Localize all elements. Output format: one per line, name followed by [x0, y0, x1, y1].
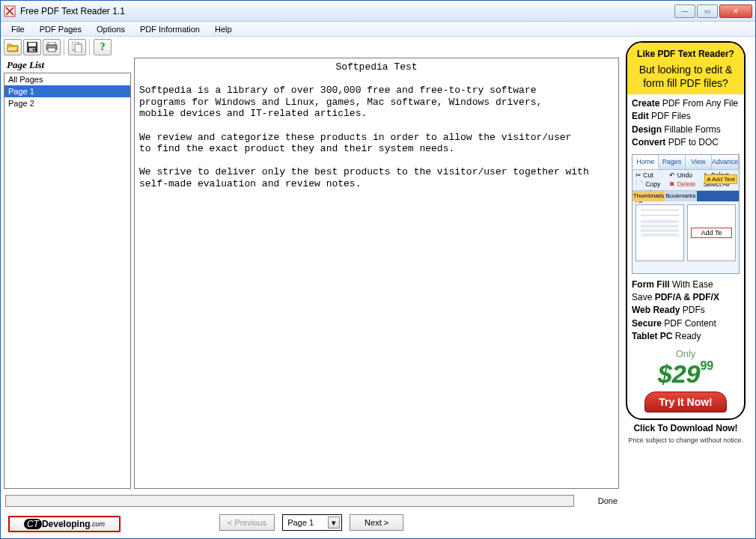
- page-list-item-all[interactable]: All Pages: [4, 73, 130, 85]
- ad-feature: Convert: [632, 137, 665, 147]
- menu-pdf-information[interactable]: PDF Information: [134, 23, 206, 35]
- save-icon: [27, 42, 37, 52]
- ad-feature: PDF/A & PDF/X: [655, 292, 719, 302]
- open-button[interactable]: [4, 39, 22, 55]
- ad-shot-page-preview: Add Te: [687, 204, 736, 261]
- copy-button[interactable]: [68, 39, 86, 55]
- try-it-now-button[interactable]: Try It Now!: [644, 392, 727, 412]
- page-list-title: Page List: [4, 58, 131, 73]
- ad-shot-tab: Pages: [659, 155, 685, 169]
- price-notice: Price subject to change without notice.: [628, 436, 743, 444]
- titlebar: Free PDF Text Reader 1.1 — ▭ ✕: [1, 1, 755, 22]
- print-icon: [46, 42, 58, 52]
- page-select-value: Page 1: [287, 518, 314, 527]
- logo-suffix: Developing: [42, 519, 91, 529]
- svg-rect-5: [48, 42, 55, 45]
- ad-price-cents: 99: [700, 359, 713, 372]
- ad-box[interactable]: Like PDF Text Reader? But looking to edi…: [626, 41, 746, 420]
- ad-screenshot: Home Pages View Advance ✂ Cut ↶ Undo ➤ S…: [632, 154, 740, 274]
- download-link[interactable]: Click To Download Now!: [628, 423, 743, 433]
- menu-options[interactable]: Options: [91, 23, 131, 35]
- ad-feature-rest: PDF From Any File: [659, 98, 738, 109]
- progress-bar: [5, 495, 574, 507]
- ad-feature: Web Ready: [632, 305, 680, 315]
- ad-shot-addtext-label: Add Te: [691, 228, 732, 238]
- document-title: Softpedia Test: [139, 61, 614, 73]
- menu-file[interactable]: File: [5, 23, 31, 35]
- ad-price: Only $2999: [627, 348, 744, 389]
- ad-feature-rest: Ready: [672, 331, 701, 341]
- svg-rect-7: [48, 48, 55, 52]
- ad-feature-rest: Fillable Forms: [662, 124, 721, 135]
- ad-feature: Create: [632, 98, 659, 109]
- ad-feature: Edit: [632, 111, 649, 121]
- menu-pdf-pages[interactable]: PDF Pages: [34, 23, 88, 35]
- ad-shot-cmd: ↶ Undo: [669, 171, 701, 179]
- ad-shot-tab: Advance: [712, 155, 739, 169]
- ad-shot-cmd: ✖ Delete: [669, 180, 701, 188]
- app-icon: [4, 5, 16, 17]
- logo-tld: .com: [91, 520, 106, 528]
- page-list-item-1[interactable]: Page 1: [4, 85, 130, 97]
- menu-help[interactable]: Help: [209, 23, 238, 35]
- svg-rect-9: [75, 44, 82, 52]
- ad-shot-addtext: A Add Text: [704, 174, 737, 184]
- ad-shot-cmd: 📄 Copy: [635, 180, 668, 188]
- ad-shot-tab: Home: [632, 155, 659, 169]
- page-list-panel: Page List All Pages Page 1 Page 2: [4, 58, 131, 489]
- ad-feature: Secure: [632, 318, 662, 329]
- ad-feature-rest: PDF Content: [662, 318, 716, 329]
- svg-rect-2: [28, 43, 36, 46]
- ad-shot-tab: View: [686, 155, 712, 169]
- ad-feature: Form Fill: [632, 279, 670, 290]
- next-button[interactable]: Next >: [350, 514, 403, 531]
- menubar: File PDF Pages Options PDF Information H…: [1, 22, 755, 37]
- toolbar: ?: [1, 37, 622, 58]
- ad-feature-rest: PDF Files: [649, 111, 691, 121]
- copy-icon: [72, 42, 82, 52]
- status-text: Done: [580, 496, 618, 505]
- developer-logo[interactable]: CTDeveloping.com: [8, 516, 121, 532]
- ad-price-amount: $29: [658, 359, 701, 388]
- print-button[interactable]: [43, 39, 61, 55]
- page-list-item-2[interactable]: Page 2: [4, 97, 130, 109]
- minimize-button[interactable]: —: [674, 4, 695, 18]
- logo-prefix: CT: [24, 519, 42, 529]
- ad-feature-pre: Save: [632, 292, 655, 302]
- maximize-button[interactable]: ▭: [697, 4, 718, 18]
- close-button[interactable]: ✕: [719, 4, 752, 18]
- page-list[interactable]: All Pages Page 1 Page 2: [4, 73, 131, 489]
- toolbar-separator: [89, 39, 91, 55]
- ad-feature-rest: PDFs: [680, 305, 704, 315]
- toolbar-separator: [64, 39, 65, 55]
- ad-feature: Design: [632, 124, 662, 135]
- ad-shot-cmd: ✂ Cut: [635, 171, 668, 179]
- text-view[interactable]: Softpedia Test Softpedia is a library of…: [134, 58, 619, 489]
- save-button[interactable]: [23, 39, 41, 55]
- ad-feature: Tablet PC: [632, 331, 672, 341]
- open-icon: [7, 42, 19, 52]
- ad-shot-page-thumb: [635, 204, 684, 261]
- ad-feature-list-1: Create PDF From Any File Edit PDF Files …: [627, 94, 744, 153]
- svg-rect-4: [33, 49, 34, 51]
- ad-shot-thumb-tab: Bookmarks: [665, 191, 697, 201]
- document-body: Softpedia is a library of over 300,000 f…: [139, 85, 614, 189]
- page-select[interactable]: Page 1 ▾: [282, 514, 342, 531]
- help-icon: ?: [100, 41, 106, 53]
- help-button[interactable]: ?: [94, 39, 112, 55]
- ad-headline-2: But looking to edit & form fill PDF file…: [633, 64, 738, 90]
- ad-panel: Like PDF Text Reader? But looking to edi…: [622, 37, 749, 538]
- window-title: Free PDF Text Reader 1.1: [20, 6, 125, 16]
- ad-shot-thumb-tab: Thumbnails: [632, 191, 665, 201]
- ad-feature-rest: With Ease: [670, 279, 713, 290]
- ad-price-only: Only: [627, 348, 744, 359]
- ad-headline-1: Like PDF Text Reader?: [633, 49, 738, 59]
- previous-button[interactable]: < Previous: [219, 514, 275, 531]
- ad-feature-list-2: Form Fill With Ease Save PDF/A & PDF/X W…: [627, 277, 744, 348]
- ad-feature-rest: PDF to DOC: [665, 137, 719, 147]
- chevron-down-icon: ▾: [328, 517, 340, 529]
